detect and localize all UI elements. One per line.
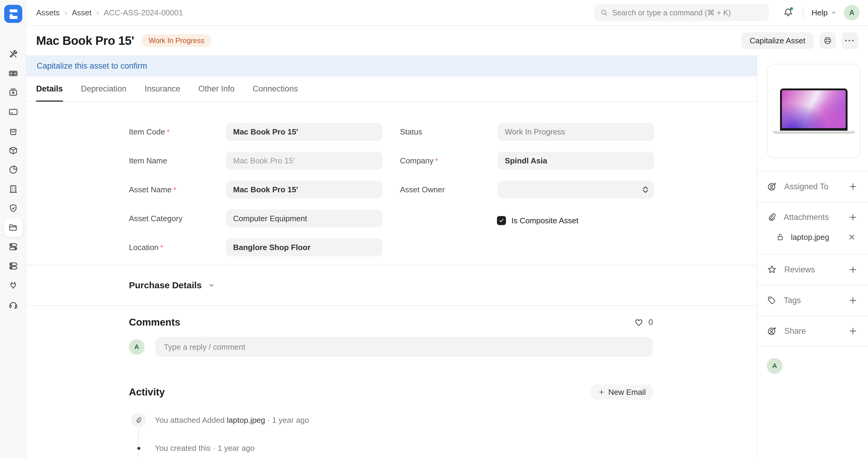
- purchase-details-section[interactable]: Purchase Details: [27, 265, 756, 306]
- tags-label: Tags: [784, 296, 801, 305]
- is-composite-asset-label: Is Composite Asset: [512, 216, 579, 225]
- new-email-button[interactable]: New Email: [591, 385, 653, 400]
- header-divider: [803, 7, 803, 19]
- assets-folder-icon[interactable]: [4, 218, 23, 237]
- breadcrumb-asset[interactable]: Asset: [72, 8, 92, 18]
- building-icon[interactable]: [4, 179, 23, 199]
- capitalize-banner-link[interactable]: Capitalize this asset to confirm: [37, 61, 147, 71]
- tab-bar: Details Depreciation Insurance Other Inf…: [27, 76, 756, 102]
- assigned-to-section: Assigned To: [757, 171, 868, 202]
- app-header: Assets › Asset › ACC-ASS-2024-00001 Help…: [27, 0, 868, 26]
- timeline-line: [138, 428, 138, 458]
- asset-category-label: Asset Category: [129, 214, 226, 223]
- attachments-label: Attachments: [784, 213, 829, 222]
- status-label: Status: [400, 127, 498, 137]
- automation-icon[interactable]: [4, 256, 23, 276]
- location-field[interactable]: Banglore Shop Floor: [226, 238, 382, 256]
- star-icon: [767, 264, 777, 275]
- notifications-bell-icon[interactable]: [782, 7, 794, 19]
- asset-category-field[interactable]: Computer Equipment: [226, 209, 382, 228]
- headset-icon[interactable]: [4, 295, 23, 314]
- package-icon[interactable]: [4, 141, 23, 160]
- erpnext-logo-icon[interactable]: [4, 5, 22, 23]
- credit-card-icon[interactable]: [4, 102, 23, 122]
- timeline-dot: [137, 447, 141, 450]
- comment-avatar: A: [129, 339, 145, 355]
- select-arrows-icon: [643, 181, 648, 199]
- breadcrumb-separator-icon: ›: [64, 8, 67, 18]
- asset-image: [780, 89, 847, 131]
- cash-register-icon[interactable]: [4, 83, 23, 102]
- add-share-button[interactable]: [847, 326, 858, 336]
- global-search[interactable]: [594, 4, 769, 21]
- share-user-icon: [767, 326, 777, 336]
- breadcrumb-current: ACC-ASS-2024-00001: [103, 8, 183, 18]
- help-label: Help: [812, 8, 828, 18]
- search-icon: [600, 8, 608, 17]
- activity-title: Activity: [129, 386, 165, 398]
- print-button[interactable]: [819, 32, 836, 49]
- asset-owner-label: Asset Owner: [400, 185, 498, 194]
- heart-icon[interactable]: [634, 318, 644, 327]
- payments-icon[interactable]: [4, 64, 23, 83]
- app-rail: [0, 0, 27, 458]
- breadcrumb-assets[interactable]: Assets: [36, 8, 60, 18]
- toggles-icon[interactable]: [4, 237, 23, 256]
- capitalize-asset-button[interactable]: Capitalize Asset: [741, 32, 814, 49]
- right-sidebar: Assigned To Attachments laptop.jpeg: [757, 55, 868, 458]
- like-count: 0: [648, 318, 653, 327]
- item-name-field[interactable]: Mac Book Pro 15': [226, 152, 382, 170]
- comment-input[interactable]: [155, 337, 653, 357]
- page-title: Mac Book Pro 15': [36, 34, 134, 47]
- ellipsis-icon: ···: [845, 36, 855, 45]
- asset-image-card[interactable]: [767, 64, 861, 158]
- assign-user-icon: [767, 182, 777, 192]
- tab-other-info[interactable]: Other Info: [198, 76, 235, 101]
- purchase-details-title: Purchase Details: [129, 280, 202, 290]
- plus-icon: [598, 389, 605, 395]
- add-review-button[interactable]: [847, 264, 858, 275]
- activity-item-attached: You attached Added laptop.jpeg · 1 year …: [131, 413, 653, 427]
- is-composite-asset-checkbox[interactable]: [497, 216, 506, 225]
- more-menu-button[interactable]: ···: [841, 32, 858, 49]
- company-field[interactable]: Spindl Asia: [498, 152, 654, 170]
- tools-icon[interactable]: [4, 44, 23, 64]
- breadcrumb: Assets › Asset › ACC-ASS-2024-00001: [36, 8, 183, 18]
- chevron-down-icon: [831, 10, 837, 15]
- printer-icon: [823, 36, 832, 45]
- activity-file-name[interactable]: laptop.jpeg: [227, 416, 265, 425]
- tab-details[interactable]: Details: [36, 76, 63, 101]
- tab-insurance[interactable]: Insurance: [145, 76, 180, 101]
- shield-check-icon[interactable]: [4, 199, 23, 218]
- share-label: Share: [784, 327, 806, 336]
- comments-section: Comments 0 A: [27, 306, 756, 357]
- tab-depreciation[interactable]: Depreciation: [81, 76, 127, 101]
- comments-title: Comments: [129, 317, 180, 328]
- tab-connections[interactable]: Connections: [253, 76, 298, 101]
- asset-name-label: Asset Name*: [129, 185, 226, 194]
- search-input[interactable]: [612, 8, 763, 17]
- main-panel: Capitalize this asset to confirm Details…: [27, 55, 757, 458]
- activity-item-created: You created this · 1 year ago: [131, 444, 653, 453]
- title-bar: Mac Book Pro 15' Work In Progress Capita…: [27, 26, 868, 55]
- user-avatar[interactable]: A: [844, 5, 860, 21]
- add-assignment-button[interactable]: [847, 181, 858, 192]
- viewer-avatar: A: [767, 358, 782, 374]
- item-code-field[interactable]: Mac Book Pro 15': [226, 123, 382, 141]
- attachment-item[interactable]: laptop.jpeg: [776, 232, 858, 242]
- asset-owner-select[interactable]: [498, 181, 654, 199]
- remove-attachment-button[interactable]: [847, 232, 857, 242]
- add-tag-button[interactable]: [847, 295, 858, 306]
- add-attachment-button[interactable]: [847, 212, 858, 223]
- breadcrumb-separator-icon: ›: [96, 8, 99, 18]
- attachment-file-name[interactable]: laptop.jpeg: [791, 233, 829, 242]
- activity-section: Activity New Email: [27, 357, 756, 453]
- plug-icon[interactable]: [4, 276, 23, 295]
- shopping-bag-icon[interactable]: [4, 122, 23, 141]
- help-menu[interactable]: Help: [812, 8, 837, 18]
- laptop-base: [772, 131, 855, 134]
- pie-chart-icon[interactable]: [4, 160, 23, 179]
- location-label: Location*: [129, 243, 226, 252]
- asset-name-field[interactable]: Mac Book Pro 15': [226, 181, 382, 199]
- share-section: Share: [757, 316, 868, 347]
